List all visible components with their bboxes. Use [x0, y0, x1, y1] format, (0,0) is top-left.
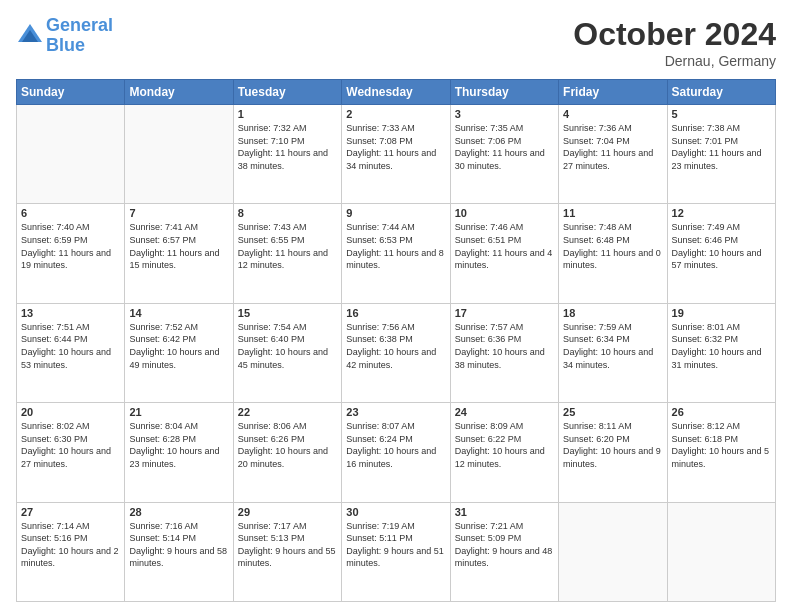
month-title: October 2024: [573, 16, 776, 53]
calendar-cell: 13Sunrise: 7:51 AM Sunset: 6:44 PM Dayli…: [17, 303, 125, 402]
week-row-1: 1Sunrise: 7:32 AM Sunset: 7:10 PM Daylig…: [17, 105, 776, 204]
day-info: Sunrise: 7:19 AM Sunset: 5:11 PM Dayligh…: [346, 520, 445, 570]
day-number: 27: [21, 506, 120, 518]
calendar-cell: 25Sunrise: 8:11 AM Sunset: 6:20 PM Dayli…: [559, 403, 667, 502]
day-info: Sunrise: 7:52 AM Sunset: 6:42 PM Dayligh…: [129, 321, 228, 371]
week-row-4: 20Sunrise: 8:02 AM Sunset: 6:30 PM Dayli…: [17, 403, 776, 502]
day-info: Sunrise: 7:59 AM Sunset: 6:34 PM Dayligh…: [563, 321, 662, 371]
calendar-cell: 31Sunrise: 7:21 AM Sunset: 5:09 PM Dayli…: [450, 502, 558, 601]
calendar-cell: 21Sunrise: 8:04 AM Sunset: 6:28 PM Dayli…: [125, 403, 233, 502]
day-info: Sunrise: 8:06 AM Sunset: 6:26 PM Dayligh…: [238, 420, 337, 470]
day-number: 1: [238, 108, 337, 120]
day-info: Sunrise: 7:38 AM Sunset: 7:01 PM Dayligh…: [672, 122, 771, 172]
day-number: 11: [563, 207, 662, 219]
calendar-cell: [17, 105, 125, 204]
day-info: Sunrise: 7:36 AM Sunset: 7:04 PM Dayligh…: [563, 122, 662, 172]
week-row-5: 27Sunrise: 7:14 AM Sunset: 5:16 PM Dayli…: [17, 502, 776, 601]
day-info: Sunrise: 7:33 AM Sunset: 7:08 PM Dayligh…: [346, 122, 445, 172]
calendar-cell: 14Sunrise: 7:52 AM Sunset: 6:42 PM Dayli…: [125, 303, 233, 402]
day-info: Sunrise: 8:12 AM Sunset: 6:18 PM Dayligh…: [672, 420, 771, 470]
calendar-cell: 20Sunrise: 8:02 AM Sunset: 6:30 PM Dayli…: [17, 403, 125, 502]
calendar-cell: 3Sunrise: 7:35 AM Sunset: 7:06 PM Daylig…: [450, 105, 558, 204]
day-number: 26: [672, 406, 771, 418]
day-info: Sunrise: 7:17 AM Sunset: 5:13 PM Dayligh…: [238, 520, 337, 570]
calendar-cell: 18Sunrise: 7:59 AM Sunset: 6:34 PM Dayli…: [559, 303, 667, 402]
calendar-cell: 6Sunrise: 7:40 AM Sunset: 6:59 PM Daylig…: [17, 204, 125, 303]
calendar-cell: 24Sunrise: 8:09 AM Sunset: 6:22 PM Dayli…: [450, 403, 558, 502]
day-info: Sunrise: 7:40 AM Sunset: 6:59 PM Dayligh…: [21, 221, 120, 271]
day-number: 17: [455, 307, 554, 319]
day-number: 31: [455, 506, 554, 518]
day-number: 12: [672, 207, 771, 219]
logo-icon: [16, 22, 44, 50]
calendar-cell: [559, 502, 667, 601]
day-number: 23: [346, 406, 445, 418]
day-number: 6: [21, 207, 120, 219]
day-number: 21: [129, 406, 228, 418]
calendar-cell: 2Sunrise: 7:33 AM Sunset: 7:08 PM Daylig…: [342, 105, 450, 204]
day-number: 18: [563, 307, 662, 319]
day-info: Sunrise: 8:11 AM Sunset: 6:20 PM Dayligh…: [563, 420, 662, 470]
day-number: 16: [346, 307, 445, 319]
day-info: Sunrise: 7:56 AM Sunset: 6:38 PM Dayligh…: [346, 321, 445, 371]
day-number: 3: [455, 108, 554, 120]
day-number: 20: [21, 406, 120, 418]
calendar-cell: 17Sunrise: 7:57 AM Sunset: 6:36 PM Dayli…: [450, 303, 558, 402]
day-header-thursday: Thursday: [450, 80, 558, 105]
day-number: 29: [238, 506, 337, 518]
day-number: 13: [21, 307, 120, 319]
day-header-friday: Friday: [559, 80, 667, 105]
day-number: 22: [238, 406, 337, 418]
day-info: Sunrise: 7:43 AM Sunset: 6:55 PM Dayligh…: [238, 221, 337, 271]
logo-text: General Blue: [46, 16, 113, 56]
day-info: Sunrise: 7:16 AM Sunset: 5:14 PM Dayligh…: [129, 520, 228, 570]
calendar-cell: 16Sunrise: 7:56 AM Sunset: 6:38 PM Dayli…: [342, 303, 450, 402]
calendar-cell: 15Sunrise: 7:54 AM Sunset: 6:40 PM Dayli…: [233, 303, 341, 402]
calendar-cell: 29Sunrise: 7:17 AM Sunset: 5:13 PM Dayli…: [233, 502, 341, 601]
day-info: Sunrise: 7:54 AM Sunset: 6:40 PM Dayligh…: [238, 321, 337, 371]
logo: General Blue: [16, 16, 113, 56]
day-header-tuesday: Tuesday: [233, 80, 341, 105]
calendar-cell: 10Sunrise: 7:46 AM Sunset: 6:51 PM Dayli…: [450, 204, 558, 303]
day-info: Sunrise: 7:57 AM Sunset: 6:36 PM Dayligh…: [455, 321, 554, 371]
day-info: Sunrise: 7:14 AM Sunset: 5:16 PM Dayligh…: [21, 520, 120, 570]
calendar-cell: 11Sunrise: 7:48 AM Sunset: 6:48 PM Dayli…: [559, 204, 667, 303]
calendar-cell: 7Sunrise: 7:41 AM Sunset: 6:57 PM Daylig…: [125, 204, 233, 303]
day-info: Sunrise: 7:44 AM Sunset: 6:53 PM Dayligh…: [346, 221, 445, 271]
calendar-cell: 23Sunrise: 8:07 AM Sunset: 6:24 PM Dayli…: [342, 403, 450, 502]
calendar-cell: 12Sunrise: 7:49 AM Sunset: 6:46 PM Dayli…: [667, 204, 775, 303]
day-info: Sunrise: 8:02 AM Sunset: 6:30 PM Dayligh…: [21, 420, 120, 470]
day-number: 19: [672, 307, 771, 319]
day-info: Sunrise: 7:49 AM Sunset: 6:46 PM Dayligh…: [672, 221, 771, 271]
day-info: Sunrise: 7:21 AM Sunset: 5:09 PM Dayligh…: [455, 520, 554, 570]
location: Dernau, Germany: [573, 53, 776, 69]
calendar-cell: 19Sunrise: 8:01 AM Sunset: 6:32 PM Dayli…: [667, 303, 775, 402]
header-row: SundayMondayTuesdayWednesdayThursdayFrid…: [17, 80, 776, 105]
day-info: Sunrise: 7:51 AM Sunset: 6:44 PM Dayligh…: [21, 321, 120, 371]
day-info: Sunrise: 7:32 AM Sunset: 7:10 PM Dayligh…: [238, 122, 337, 172]
calendar-cell: 4Sunrise: 7:36 AM Sunset: 7:04 PM Daylig…: [559, 105, 667, 204]
calendar-cell: 22Sunrise: 8:06 AM Sunset: 6:26 PM Dayli…: [233, 403, 341, 502]
calendar-cell: 28Sunrise: 7:16 AM Sunset: 5:14 PM Dayli…: [125, 502, 233, 601]
day-number: 30: [346, 506, 445, 518]
header: General Blue October 2024 Dernau, German…: [16, 16, 776, 69]
calendar-cell: 5Sunrise: 7:38 AM Sunset: 7:01 PM Daylig…: [667, 105, 775, 204]
calendar-cell: 30Sunrise: 7:19 AM Sunset: 5:11 PM Dayli…: [342, 502, 450, 601]
day-info: Sunrise: 8:07 AM Sunset: 6:24 PM Dayligh…: [346, 420, 445, 470]
day-header-sunday: Sunday: [17, 80, 125, 105]
day-number: 9: [346, 207, 445, 219]
day-number: 14: [129, 307, 228, 319]
day-info: Sunrise: 8:09 AM Sunset: 6:22 PM Dayligh…: [455, 420, 554, 470]
calendar-cell: 8Sunrise: 7:43 AM Sunset: 6:55 PM Daylig…: [233, 204, 341, 303]
day-header-wednesday: Wednesday: [342, 80, 450, 105]
calendar-cell: 9Sunrise: 7:44 AM Sunset: 6:53 PM Daylig…: [342, 204, 450, 303]
calendar-cell: 26Sunrise: 8:12 AM Sunset: 6:18 PM Dayli…: [667, 403, 775, 502]
day-number: 8: [238, 207, 337, 219]
day-number: 10: [455, 207, 554, 219]
day-info: Sunrise: 7:41 AM Sunset: 6:57 PM Dayligh…: [129, 221, 228, 271]
calendar-cell: [667, 502, 775, 601]
day-number: 7: [129, 207, 228, 219]
calendar-cell: 27Sunrise: 7:14 AM Sunset: 5:16 PM Dayli…: [17, 502, 125, 601]
day-info: Sunrise: 7:46 AM Sunset: 6:51 PM Dayligh…: [455, 221, 554, 271]
calendar-table: SundayMondayTuesdayWednesdayThursdayFrid…: [16, 79, 776, 602]
